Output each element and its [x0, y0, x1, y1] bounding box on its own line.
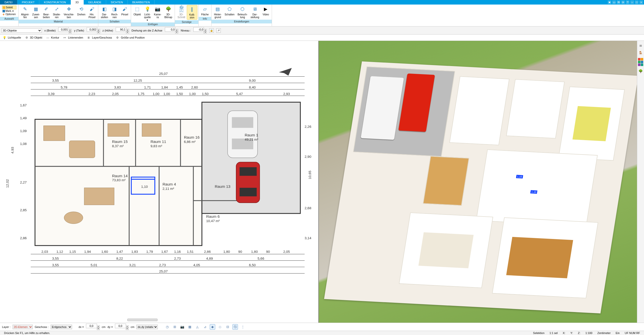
coord-mode-select[interactable]: dx,dy (relativ ka: [136, 325, 158, 329]
grid2-icon[interactable]: ⊟: [225, 324, 230, 330]
material-hinpinsel[interactable]: 🖌Hin. Pinsel: [87, 5, 97, 19]
info-flaeche[interactable]: ▱Fläche: [200, 5, 210, 16]
dy-input[interactable]: [115, 324, 126, 328]
rotation-input[interactable]: [165, 27, 175, 32]
tool-icon[interactable]: ⧉: [617, 1, 620, 4]
material-verschieben[interactable]: ✥Verschie- ben: [62, 5, 76, 19]
grid-icon[interactable]: ▦: [187, 324, 193, 330]
einfuegen-bitmap[interactable]: 🌳3D- Bitmap: [163, 5, 174, 22]
tool-icon[interactable]: ✖: [608, 1, 611, 4]
einfuegen-objekt[interactable]: ⬚Objekt: [132, 5, 142, 22]
status-x: X:: [560, 331, 568, 334]
einfuegen-lichtquelle[interactable]: 💡Licht- quelle ▾: [142, 5, 152, 22]
material-zuweisen[interactable]: ▦Zuwei- sen: [31, 5, 41, 19]
spin-up[interactable]: ▲: [204, 29, 207, 31]
tab-konstruktion[interactable]: KONSTRUKTION: [39, 0, 71, 5]
tab-projekt[interactable]: PROJEKT: [17, 0, 40, 5]
tab-3d[interactable]: 3D: [71, 0, 84, 5]
spin-down[interactable]: ▼: [204, 31, 207, 34]
geschoss-label: Geschoss :: [35, 325, 49, 328]
btn-3dobjekt[interactable]: ⚙3D Objekt: [25, 36, 42, 40]
einst-video[interactable]: ▶Video: [261, 5, 271, 19]
btn-layer[interactable]: ≣Layer/Geschoss: [87, 36, 112, 40]
svg-text:1,00: 1,00: [163, 92, 170, 96]
sonstige-schnitt[interactable]: �図3D- Schnitt: [176, 5, 187, 20]
chair-icon[interactable]: 🪑: [638, 50, 643, 55]
spin-down[interactable]: ▼: [97, 31, 100, 34]
material-bearbeiten[interactable]: ✐Bear- beiten: [41, 5, 51, 19]
dx-input[interactable]: [86, 324, 97, 328]
sonstige-kollision[interactable]: ‖Kolli- sion: [187, 5, 197, 20]
tool-icon[interactable]: ⟳: [621, 1, 625, 4]
material-abgreifen[interactable]: ✎Abgrei- fen: [20, 5, 31, 19]
select-mode[interactable]: Selekt: [2, 6, 16, 9]
btn-lichtquelle[interactable]: 💡Lichtquelle: [3, 36, 21, 40]
spin-up[interactable]: ▲: [126, 29, 129, 31]
material-drehen[interactable]: ⟲Drehen: [76, 5, 87, 19]
layer-select[interactable]: 2D-Elemen: [13, 325, 33, 329]
wire-icon[interactable]: ◇: [217, 324, 223, 330]
minimize-icon[interactable]: –: [630, 1, 634, 4]
tree-icon[interactable]: 🌳: [638, 69, 643, 74]
spin-down[interactable]: ▼: [69, 31, 72, 34]
schatten-darstellen[interactable]: ◧Dar- stellen: [99, 5, 110, 19]
schatten-pinsel[interactable]: 🖌Pinsel: [120, 5, 130, 19]
spin-up[interactable]: ▲: [69, 29, 72, 31]
tab-datei[interactable]: DATEI: [0, 0, 17, 5]
x-input[interactable]: [58, 27, 69, 32]
clock-icon[interactable]: ◷: [164, 324, 170, 330]
einfuegen-kamera[interactable]: 📷Kame- ra: [152, 5, 163, 22]
popout-icon[interactable]: ↗: [216, 28, 221, 33]
einst-hintergrund[interactable]: ▤Hinter- grund: [212, 5, 223, 19]
spin-down[interactable]: ▼: [126, 31, 129, 34]
status-scale: 1:100: [583, 331, 595, 334]
btn-groesse[interactable]: ⚙Größe und Position: [115, 36, 145, 40]
niveau-label: Niveau :: [181, 29, 191, 32]
einst-darstellung[interactable]: 🖥Dar- stellung: [249, 5, 261, 19]
svg-rect-46: [232, 117, 253, 128]
einst-schatten[interactable]: ⬠Schatten: [223, 5, 236, 19]
y-input[interactable]: [87, 27, 97, 32]
btn-linienenden[interactable]: ↦Linienenden: [63, 36, 83, 40]
object-type-select[interactable]: 3D-Objekte: [2, 28, 42, 33]
options-button[interactable]: ✚Optionen: [2, 13, 16, 16]
help-icon[interactable]: ?: [626, 1, 629, 4]
geschoss-select[interactable]: Erdgeschos: [51, 325, 72, 329]
camera-icon[interactable]: 📷: [179, 324, 185, 330]
tab-bearbeiten[interactable]: BEARBEITEN: [128, 0, 155, 5]
close-icon[interactable]: ×: [639, 1, 643, 4]
ortho-icon[interactable]: ⊿: [202, 324, 208, 330]
group-info: Info: [199, 17, 211, 21]
svg-text:3,55: 3,55: [52, 257, 59, 260]
snap-icon[interactable]: ◬: [195, 324, 200, 330]
mark-mode[interactable]: Mark. ▾: [2, 9, 16, 13]
spin-down[interactable]: ▼: [175, 31, 178, 34]
3d-view[interactable]: 1,16 1,10: [319, 41, 637, 323]
dim-label: 8,40: [249, 85, 256, 89]
material-skalieren[interactable]: ⤢Skalie- ren: [51, 5, 62, 19]
niveau-input[interactable]: [193, 27, 204, 32]
tab-gelaende[interactable]: GELÄNDE: [84, 0, 106, 5]
color-palette[interactable]: [638, 58, 643, 66]
svg-text:5,47: 5,47: [236, 92, 243, 96]
einst-beleuchtung[interactable]: ⬡Beleuch- tung: [236, 5, 249, 19]
more-icon[interactable]: ⋮: [240, 324, 246, 330]
svg-point-44: [64, 212, 83, 224]
floorplan-view[interactable]: 25,07 3,55 12,25 9,00 5,78 3,83 1,71 1,8…: [0, 41, 319, 323]
schatten-rechnen[interactable]: ◨Rech- nen: [110, 5, 120, 19]
tab-sichten[interactable]: SICHTEN: [106, 0, 128, 5]
status-ein: Ein: [613, 331, 622, 334]
spin-up[interactable]: ▲: [175, 29, 178, 31]
layers-icon[interactable]: ≣: [638, 43, 643, 48]
north-icon[interactable]: Ⓝ: [232, 324, 238, 330]
shade-icon[interactable]: ◆: [210, 324, 215, 330]
horizontal-scrollbar[interactable]: [127, 319, 158, 321]
background-icon: ▤: [214, 6, 221, 13]
z-input[interactable]: [116, 27, 126, 32]
view-icon[interactable]: ⊞: [172, 324, 177, 330]
lock-icon[interactable]: 🔒: [209, 28, 214, 33]
tool-icon[interactable]: ▭: [612, 1, 616, 4]
maximize-icon[interactable]: □: [635, 1, 638, 4]
spin-up[interactable]: ▲: [97, 29, 100, 31]
btn-kontur[interactable]: —Kontur: [46, 36, 59, 40]
